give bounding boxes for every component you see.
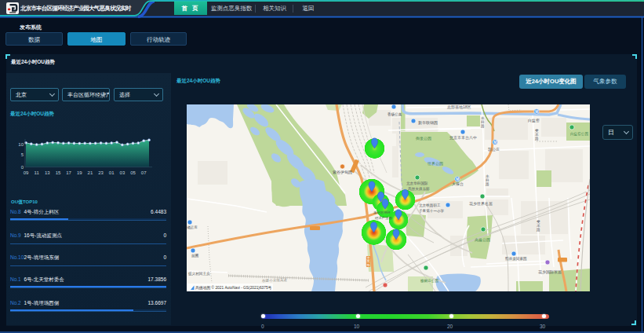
svg-text:熙保康同家园: 熙保康同家园 bbox=[505, 256, 527, 262]
svg-text:高德地图 © 2021 AutoNavi - GS(2021: 高德地图 © 2021 AutoNavi - GS(2021)6375号 bbox=[195, 285, 272, 291]
svg-text:M: M bbox=[456, 177, 459, 181]
svg-text:23: 23 bbox=[98, 170, 104, 175]
svg-text:10: 10 bbox=[18, 142, 24, 147]
svg-text:香杨公寓: 香杨公寓 bbox=[387, 112, 402, 117]
svg-text:新华联锦园: 新华联锦园 bbox=[418, 120, 438, 126]
svg-text:花乡国际家居: 花乡国际家居 bbox=[538, 269, 562, 275]
svg-text:子果第十一小学: 子果第十一小学 bbox=[419, 209, 445, 213]
svg-text:0: 0 bbox=[21, 165, 24, 170]
svg-text:15: 15 bbox=[56, 170, 61, 175]
svg-text:樊羊路: 樊羊路 bbox=[535, 129, 539, 141]
svg-text:19: 19 bbox=[77, 170, 82, 175]
svg-text:丰科路: 丰科路 bbox=[481, 116, 485, 128]
svg-text:5: 5 bbox=[21, 152, 24, 157]
svg-text:13: 13 bbox=[45, 170, 50, 175]
svg-text:01: 01 bbox=[109, 170, 115, 175]
svg-text:白盆窑: 白盆窑 bbox=[528, 118, 540, 123]
svg-text:苗圃: 苗圃 bbox=[191, 254, 199, 258]
svg-text:M: M bbox=[535, 110, 538, 114]
svg-text:花乡世界名居: 花乡世界名居 bbox=[469, 201, 493, 207]
svg-text:09: 09 bbox=[24, 170, 29, 175]
svg-text:M: M bbox=[493, 141, 497, 145]
svg-text:北京铁路职工: 北京铁路职工 bbox=[419, 203, 441, 208]
svg-text:总部基地18区: 总部基地18区 bbox=[447, 104, 471, 110]
svg-text:07: 07 bbox=[141, 170, 147, 175]
svg-text:丰科路: 丰科路 bbox=[486, 174, 489, 186]
svg-text:大葆台: 大葆台 bbox=[452, 181, 464, 186]
svg-text:17: 17 bbox=[66, 170, 71, 175]
svg-text:郭公庄: 郭公庄 bbox=[488, 147, 500, 152]
svg-text:世界公园: 世界公园 bbox=[427, 161, 443, 166]
svg-text:丰台区循环: 丰台区循环 bbox=[373, 210, 391, 214]
svg-text:紫谷伊甸园: 紫谷伊甸园 bbox=[333, 170, 352, 175]
svg-text:05: 05 bbox=[130, 170, 136, 175]
svg-text:樊羊路: 樊羊路 bbox=[537, 220, 540, 232]
svg-text:北京市丰台八中: 北京市丰台八中 bbox=[449, 135, 477, 141]
svg-text:御泉公园: 御泉公园 bbox=[416, 136, 431, 141]
svg-text:高鑫公园: 高鑫公园 bbox=[475, 237, 490, 243]
svg-text:11: 11 bbox=[35, 170, 40, 175]
svg-text:21: 21 bbox=[88, 170, 93, 175]
svg-text:03: 03 bbox=[120, 170, 126, 175]
svg-text:经济产业园: 经济产业园 bbox=[375, 216, 392, 220]
